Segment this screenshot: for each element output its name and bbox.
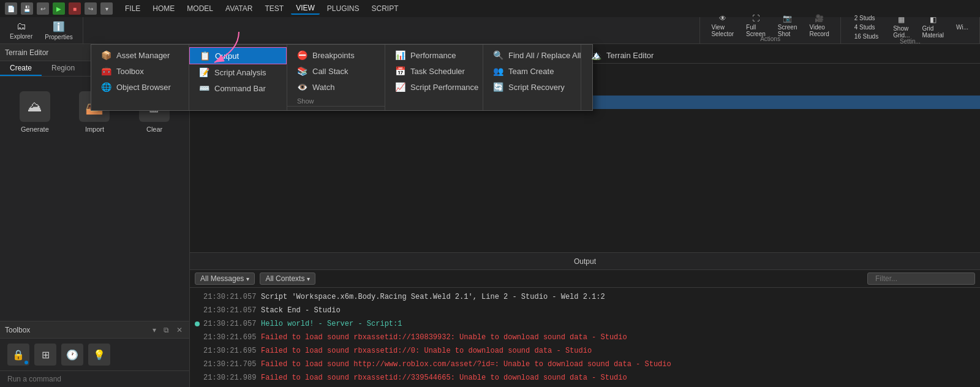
save-icon[interactable]: 💾 [21,2,33,15]
terrain-tab-region[interactable]: Region [42,61,85,76]
team-create-icon: 👥 [493,66,503,76]
stud-4[interactable]: 4 Studs [852,23,881,31]
menu-script[interactable]: SCRIPT [367,3,404,14]
grid-material-icon: ◧ [930,15,937,24]
dropdown-object-browser[interactable]: 🌐 Object Browser [91,79,189,95]
menu-file[interactable]: FILE [120,3,145,14]
menu-plugins[interactable]: PLUGINS [322,3,364,14]
undo-icon[interactable]: ↩ [37,2,49,15]
toolbox-bulb-btn[interactable]: 💡 [88,344,110,366]
properties-btn[interactable]: ℹ️ Properties [40,19,78,42]
view-selector-icon: 👁 [719,14,726,23]
find-replace-label: Find All / Replace All [508,51,581,60]
msg-time-6: 21:30:21.705 [203,358,258,370]
dropdown-task-scheduler[interactable]: 📅 Task Scheduler [385,63,483,79]
dropdown-script-analysis[interactable]: 📝 Script Analysis [189,64,287,80]
dropdown-output[interactable]: 📋 Output [189,47,287,64]
play-icon[interactable]: ▶ [53,2,65,15]
output-msg-4: 21:30:21.695 Failed to load sound rbxass… [190,331,980,344]
msg-time-7: 21:30:21.989 [203,372,258,384]
toolbox-lock-btn[interactable]: 🔒 [7,344,29,366]
script-analysis-icon: 📝 [199,67,209,77]
dropdown-script-performance[interactable]: 📈 Script Performance [385,79,483,95]
video-record-icon: 🎥 [815,14,824,23]
menu-avatar[interactable]: AVATAR [221,3,257,14]
screenshot-btn[interactable]: 📷 ScreenShot [773,17,802,34]
output-msg-6: 21:30:21.705 Failed to load sound http:/… [190,358,980,371]
msg-time-3: 21:30:21.057 [203,318,258,330]
menu-view[interactable]: VIEW [291,2,320,15]
script-analysis-label: Script Analysis [214,68,266,77]
terrain-tab-create[interactable]: Create [0,61,42,76]
full-screen-btn[interactable]: ⛶ FullScreen [741,17,771,34]
output-filter-input[interactable] [867,272,975,285]
dropdown-breakpoints[interactable]: ⛔ Breakpoints [287,47,385,63]
msg-text-2: Stack End - Studio [261,304,341,317]
dropdown-call-stack[interactable]: 📚 Call Stack [287,63,385,79]
menu-home[interactable]: HOME [148,3,179,14]
dropdown-watch[interactable]: 👁️ Watch [287,79,385,95]
stud-2[interactable]: 2 Studs [852,14,881,22]
command-input[interactable] [7,375,182,383]
toolbox-float-btn[interactable]: ⧉ [162,325,171,335]
dropdown-find-replace[interactable]: 🔍 Find All / Replace All [483,47,581,63]
stud-16[interactable]: 16 Studs [852,32,881,40]
call-stack-label: Call Stack [312,67,349,76]
properties-label: Properties [45,34,73,40]
command-bar-icon: ⌨️ [199,83,209,93]
output-panel: Output All Messages ▾ All Contexts ▾ 21:… [190,252,980,387]
watch-icon: 👁️ [297,82,307,92]
stop-icon[interactable]: ■ [69,2,81,15]
msg-time-1: 21:30:21.057 [203,291,258,303]
video-record-label: VideoRecord [809,24,829,37]
file-icon[interactable]: 📄 [5,2,17,15]
all-contexts-select[interactable]: All Contexts ▾ [260,272,315,285]
toolbox-header: Toolbox ▾ ⧉ ✕ [0,321,189,339]
video-record-btn[interactable]: 🎥 VideoRecord [804,17,834,34]
terrain-tool-generate[interactable]: ⛰ Generate [15,86,55,138]
menu-model[interactable]: MODEL [182,3,218,14]
properties-icon: ℹ️ [53,21,65,32]
watch-label: Watch [312,83,334,92]
redo-icon[interactable]: ↪ [85,2,97,15]
msg-text-6: Failed to load sound http://www.roblox.c… [261,358,671,370]
grid-material-btn[interactable]: ◧ GridMaterial [917,18,949,36]
all-messages-select[interactable]: All Messages ▾ [195,272,255,285]
clear-label: Clear [146,126,162,133]
dropdown-terrain-editor[interactable]: 🏔️ Terrain Editor [581,47,679,63]
clock-icon: 🕐 [66,349,78,361]
dropdown-script-recovery[interactable]: 🔄 Script Recovery [483,79,581,95]
output-icon: 📋 [200,51,210,61]
script-perf-icon: 📈 [395,82,405,92]
msg-text-7: Failed to load sound rbxassetid://339544… [261,372,627,384]
msg-indicator-6 [195,362,200,367]
toolbox-controls: ▾ ⧉ ✕ [151,325,184,335]
dropdown-performance[interactable]: 📊 Performance [385,47,483,63]
wi-btn[interactable]: Wi... [951,18,973,36]
dropdown-toolbox[interactable]: 🧰 Toolbox [91,63,189,79]
view-selector-btn[interactable]: 👁 ViewSelector [706,17,739,34]
toolbar: 🗂 Explorer ℹ️ Properties 📦 Asset Manager… [0,17,980,44]
call-stack-icon: 📚 [297,66,307,76]
toolbox-grid-btn[interactable]: ⊞ [34,344,56,366]
msg-indicator-3 [195,321,200,326]
show-grid-btn[interactable]: ▦ ShowGrid... [888,18,914,36]
output-msg-7: 21:30:21.989 Failed to load sound rbxass… [190,371,980,385]
dropdown-icon[interactable]: ▾ [100,2,113,15]
output-msg-3: 21:30:21.057 Hello world! - Server - Scr… [190,317,980,331]
menu-icons: 📄 💾 ↩ ▶ ■ ↪ ▾ [5,2,113,15]
find-replace-icon: 🔍 [493,50,503,60]
toolbox-close-btn[interactable]: ✕ [175,325,184,335]
explorer-btn[interactable]: 🗂 Explorer [5,19,37,42]
toolbox-clock-btn[interactable]: 🕐 [61,344,83,366]
toolbox-minimize-btn[interactable]: ▾ [151,325,158,335]
output-label: Output [215,51,239,61]
msg-indicator-5 [195,348,200,353]
wi-label: Wi... [956,24,968,31]
dropdown-asset-manager[interactable]: 📦 Asset Manager [91,47,189,63]
dropdown-command-bar[interactable]: ⌨️ Command Bar [189,80,287,96]
menu-test[interactable]: TEST [260,3,288,14]
script-recovery-label: Script Recovery [508,83,565,92]
dropdown-team-create[interactable]: 👥 Team Create [483,63,581,79]
output-toolbar: All Messages ▾ All Contexts ▾ [190,270,980,288]
